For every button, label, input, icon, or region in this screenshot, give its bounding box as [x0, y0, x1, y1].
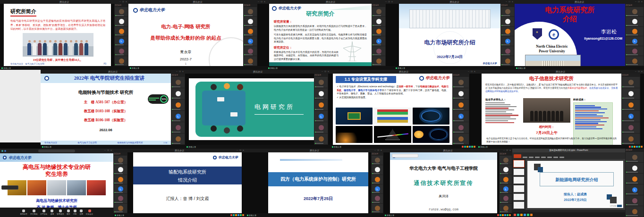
participant-tile[interactable]: L	[244, 36, 257, 46]
window-titlebar[interactable]: 腾讯会议─ ❐ ✕	[0, 0, 128, 4]
window-titlebar[interactable]: 腾讯会议─ ❐ ✕	[185, 70, 330, 74]
ppt-thumbnail[interactable]	[513, 160, 525, 167]
participant-tile[interactable]	[500, 165, 512, 174]
network-gauge-overlay[interactable]: 50%	[148, 94, 169, 104]
taskbar-app-icon[interactable]	[237, 214, 239, 216]
taskbar-app-icon[interactable]	[507, 214, 508, 216]
participant-tile[interactable]	[501, 46, 514, 56]
window-controls[interactable]: ─ ❐ ✕	[635, 0, 643, 4]
participant-tile[interactable]	[115, 17, 128, 26]
taskbar-app-icon[interactable]	[641, 146, 643, 148]
participant-tile[interactable]	[114, 204, 127, 213]
participant-tile[interactable]	[501, 56, 514, 66]
window-controls[interactable]: ─ ❐ ✕	[322, 70, 330, 74]
participant-tile[interactable]	[622, 77, 640, 88]
participant-tile[interactable]	[115, 27, 128, 36]
taskbar-app-icon[interactable]	[497, 214, 499, 216]
participant-tile[interactable]	[115, 56, 128, 66]
participant-tile[interactable]: L	[115, 36, 128, 46]
taskbar-app-icon[interactable]	[509, 214, 511, 216]
window-controls[interactable]: ─ ❐ ✕	[119, 0, 127, 4]
participant-tile[interactable]	[626, 152, 644, 162]
participant-tile[interactable]	[372, 175, 383, 184]
participant-tile[interactable]	[114, 165, 127, 174]
taskbar-app-icon[interactable]	[524, 214, 526, 216]
window-controls[interactable]: ─ ❐ ✕	[176, 70, 184, 74]
participant-tile[interactable]	[622, 122, 640, 133]
participant-tile[interactable]	[171, 88, 185, 99]
participant-tile[interactable]	[314, 88, 328, 99]
participant-tile[interactable]	[500, 175, 512, 184]
participant-tile[interactable]	[501, 17, 514, 26]
participant-tile[interactable]	[244, 17, 257, 26]
participant-tile[interactable]	[626, 206, 644, 217]
participant-tile[interactable]	[115, 7, 128, 17]
participant-tile[interactable]: L	[372, 36, 385, 46]
participant-tile[interactable]	[372, 46, 385, 56]
participant-tile[interactable]	[372, 165, 383, 174]
window-titlebar[interactable]: 腾讯会议─ ❐ ✕	[383, 149, 512, 152]
ppt-thumbnail[interactable]	[513, 193, 525, 201]
window-titlebar[interactable]: 腾讯会议─ ❐ ✕	[113, 149, 246, 152]
taskbar-app-icon[interactable]	[631, 146, 633, 148]
window-controls[interactable]: ─ ❐ ✕	[258, 0, 266, 4]
participant-tile[interactable]	[500, 156, 512, 165]
taskbar-app-icon[interactable]	[233, 214, 235, 216]
participant-tile[interactable]	[622, 134, 640, 144]
participant-tile[interactable]	[114, 156, 127, 165]
window-titlebar[interactable]: 腾讯会议─ ❐ ✕	[477, 70, 644, 74]
window-controls[interactable]: ─ ❐ ✕	[104, 149, 112, 152]
participant-tile[interactable]	[372, 194, 383, 203]
window-titlebar[interactable]: ─ ❐ ✕	[0, 149, 113, 153]
ppt-thumbnail[interactable]	[513, 185, 525, 192]
taskbar-app-icon[interactable]	[636, 146, 638, 148]
window-controls[interactable]: ─ ❐ ✕	[374, 149, 382, 152]
participant-tile[interactable]	[314, 134, 328, 144]
participant-tile[interactable]: L	[114, 184, 127, 193]
participant-tile[interactable]	[626, 17, 644, 26]
ppt-ribbon[interactable]	[512, 152, 625, 159]
participant-tile[interactable]	[244, 56, 257, 66]
window-controls[interactable]: ─ ❐ ✕	[635, 70, 643, 74]
window-titlebar[interactable]: 腾讯会议─ ❐ ✕	[41, 70, 185, 74]
participant-tile[interactable]: L	[501, 36, 514, 46]
taskbar-app-icon[interactable]	[471, 146, 473, 148]
window-titlebar[interactable]: 腾讯会议─ ❐ ✕	[267, 0, 394, 4]
ppt-thumbnail[interactable]	[513, 176, 525, 184]
taskbar-app-icon[interactable]	[242, 214, 244, 216]
window-titlebar[interactable]: 腾讯会议─ ❐ ✕	[330, 70, 477, 74]
participant-tile[interactable]	[626, 27, 644, 36]
participant-tile[interactable]	[501, 7, 514, 17]
participant-tile[interactable]	[501, 27, 514, 36]
toolbar-record[interactable]: 录制	[73, 209, 77, 215]
notification-pill[interactable]	[1, 185, 18, 190]
window-titlebar[interactable]: 腾讯会议─ ❐ ✕	[394, 0, 515, 4]
participant-tile[interactable]: L	[314, 111, 328, 122]
window-controls[interactable]: ─ ❐ ✕	[503, 149, 511, 152]
window-titlebar[interactable]: 腾讯会议─ ❐ ✕	[128, 0, 267, 4]
window-controls[interactable]: ─ ❐ ✕	[468, 70, 476, 74]
participant-tile[interactable]	[171, 77, 185, 88]
taskbar-app-icon[interactable]	[240, 214, 242, 216]
window-controls[interactable]: ─ ❐ ✕	[506, 0, 514, 4]
participant-tile[interactable]	[171, 122, 185, 133]
window-buttons[interactable]	[1, 150, 6, 152]
participant-tile[interactable]	[626, 46, 644, 56]
participant-tile[interactable]	[372, 7, 385, 17]
participant-tile[interactable]	[244, 46, 257, 56]
participant-tile[interactable]: L	[626, 184, 644, 195]
participant-tile[interactable]	[626, 7, 644, 17]
participant-tile[interactable]	[314, 100, 328, 110]
taskbar-app-icon[interactable]	[230, 214, 232, 216]
participant-tile[interactable]	[114, 175, 127, 184]
participant-tile[interactable]	[372, 27, 385, 36]
taskbar-app-icon[interactable]	[464, 146, 466, 148]
participant-tile[interactable]	[626, 163, 644, 173]
taskbar-icons[interactable]	[497, 214, 511, 216]
participant-tile[interactable]	[244, 7, 257, 17]
participant-tile[interactable]	[171, 134, 185, 144]
participant-tile[interactable]	[453, 122, 469, 133]
participant-tile[interactable]	[372, 204, 383, 213]
participant-tile[interactable]	[626, 195, 644, 206]
participant-tile[interactable]: L	[626, 36, 644, 46]
